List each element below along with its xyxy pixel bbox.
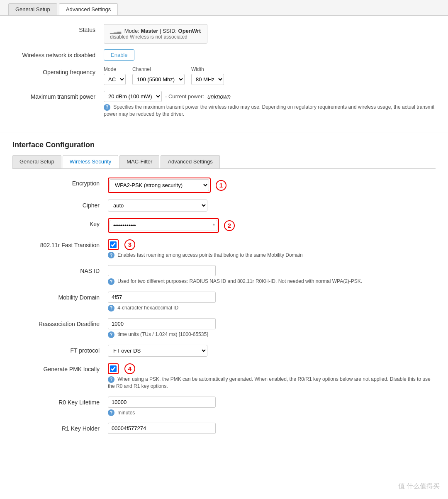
max-power-row: Maximum transmit power 20 dBm (100 mW) -… [12, 91, 436, 118]
status-mode-line: ▁▂▃ Mode: Master | SSID: OpenWrt [110, 28, 201, 34]
status-content: ▁▂▃ Mode: Master | SSID: OpenWrt disable… [104, 24, 436, 44]
r1-key-holder-input[interactable] [108, 423, 216, 434]
key-wrapper: * [110, 220, 217, 231]
mobility-domain-label: Mobility Domain [12, 292, 108, 301]
nas-id-input[interactable] [108, 265, 216, 276]
mode-value: Master [141, 28, 158, 34]
enable-button[interactable]: Enable [104, 49, 134, 61]
power-select[interactable]: 20 dBm (100 mW) [104, 91, 162, 102]
max-power-label: Maximum transmit power [12, 91, 104, 100]
r0-key-lifetime-input[interactable] [108, 397, 216, 408]
current-power-label: - Current power: [165, 93, 204, 100]
ssid-value: OpenWrt [178, 28, 201, 34]
interface-config: Interface Configuration General Setup Wi… [0, 132, 448, 449]
operating-frequency-row: Operating frequency Mode AC Channel 100 … [12, 66, 436, 85]
r0-key-lifetime-content: ? minutes [108, 397, 436, 416]
page-container: General Setup Advanced Settings Status ▁… [0, 0, 448, 449]
status-label: Status [12, 24, 104, 33]
power-row: 20 dBm (100 mW) - Current power: unknown [104, 91, 436, 102]
signal-icon: ▁▂▃ [110, 28, 121, 34]
status-disabled-line: disabled Wireless is not associated [110, 34, 201, 40]
mode-label: Mode: [124, 28, 139, 34]
reassociation-deadline-label: Reassociation Deadline [12, 318, 108, 327]
not-associated-text: Wireless is not associated [130, 34, 187, 40]
current-power-value: unknown [207, 93, 231, 100]
encryption-select[interactable]: WPA2-PSK (strong security) [110, 179, 209, 191]
help-icon-power: ? [104, 104, 110, 111]
ft-protocol-content: FT over DS [108, 345, 436, 357]
freq-mode-col: Mode AC [104, 66, 126, 85]
freq-channel-label: Channel [132, 66, 185, 72]
badge-1: 1 [216, 180, 226, 191]
help-icon-reassoc: ? [108, 331, 114, 338]
encryption-label: Encryption [12, 178, 108, 187]
reassociation-deadline-row: Reassociation Deadline ? time units (TUs… [12, 318, 436, 338]
help-icon-ft: ? [108, 252, 114, 258]
r0-key-lifetime-label: R0 Key Lifetime [12, 397, 108, 406]
fast-transition-row: 802.11r Fast Transition 3 ? Enables fast… [12, 239, 436, 259]
encryption-row: Encryption WPA2-PSK (strong security) 1 [12, 178, 436, 193]
pipe-sep: | [160, 28, 163, 34]
ft-protocol-row: FT protocol FT over DS [12, 345, 436, 357]
operating-frequency-content: Mode AC Channel 100 (5500 Mhz) Width [104, 66, 436, 85]
mobility-domain-row: Mobility Domain ? 4-character hexadecima… [12, 292, 436, 312]
nas-id-help: ? Used for two different purposes: RADIU… [108, 278, 436, 285]
freq-width-col: Width 80 MHz [191, 66, 224, 85]
status-section: Status ▁▂▃ Mode: Master | SSID: OpenWrt … [0, 16, 448, 132]
encryption-outline: WPA2-PSK (strong security) [108, 178, 211, 193]
freq-mode-label: Mode [104, 66, 126, 72]
reassociation-deadline-content: ? time units (TUs / 1.024 ms) [1000-6553… [108, 318, 436, 338]
show-key-button[interactable]: * [213, 222, 215, 229]
cipher-select[interactable]: auto [108, 200, 207, 212]
badge-3: 3 [124, 239, 135, 250]
help-icon-pmk: ? [108, 376, 114, 383]
r0-key-lifetime-help: ? minutes [108, 409, 436, 416]
r0-key-lifetime-row: R0 Key Lifetime ? minutes [12, 397, 436, 416]
fast-transition-content: 3 ? Enables fast roaming among access po… [108, 239, 436, 259]
tab-general-setup[interactable]: General Setup [8, 3, 57, 15]
reassociation-deadline-input[interactable] [108, 318, 216, 329]
freq-mode-select[interactable]: AC [104, 74, 126, 85]
generate-pmk-outline [108, 363, 119, 374]
operating-frequency-label: Operating frequency [12, 66, 104, 75]
generate-pmk-label: Generate PMK locally [12, 363, 108, 372]
key-outline: * [108, 218, 219, 233]
tab-wireless-security[interactable]: Wireless Security [63, 155, 118, 168]
tab-advanced-settings-config[interactable]: Advanced Settings [161, 155, 219, 168]
interface-config-title: Interface Configuration [12, 141, 436, 149]
freq-channel-select[interactable]: 100 (5500 Mhz) [132, 74, 185, 85]
generate-pmk-checkbox[interactable] [110, 365, 117, 372]
disabled-text: disabled [110, 34, 129, 40]
fast-transition-checkbox-wrapper: 3 [108, 239, 436, 250]
ft-protocol-select[interactable]: FT over DS [108, 345, 207, 357]
freq-width-select[interactable]: 80 MHz [191, 74, 224, 85]
help-icon-nas: ? [108, 278, 114, 285]
tab-advanced-settings[interactable]: Advanced Settings [59, 3, 118, 15]
fast-transition-checkbox[interactable] [110, 241, 117, 248]
freq-width-label: Width [191, 66, 224, 72]
ft-protocol-label: FT protocol [12, 345, 108, 354]
config-tabs: General Setup Wireless Security MAC-Filt… [12, 155, 436, 169]
key-input[interactable] [110, 220, 217, 231]
generate-pmk-content: 4 ? When using a PSK, the PMK can be aut… [108, 363, 436, 390]
cipher-label: Cipher [12, 200, 108, 209]
generate-pmk-checkbox-wrapper: 4 [108, 363, 436, 374]
nas-id-content: ? Used for two different purposes: RADIU… [108, 265, 436, 285]
mobility-domain-help: ? 4-character hexadecimal ID [108, 304, 436, 312]
help-icon-mobility: ? [108, 305, 114, 312]
fast-transition-help: ? Enables fast roaming among access poin… [108, 252, 436, 259]
fast-transition-outline [108, 239, 119, 250]
reassociation-deadline-help: ? time units (TUs / 1.024 ms) [1000-6553… [108, 331, 436, 338]
r1-key-holder-content [108, 423, 436, 434]
tab-mac-filter[interactable]: MAC-Filter [119, 155, 159, 168]
badge-2: 2 [224, 220, 235, 231]
key-row: Key * 2 [12, 218, 436, 233]
max-power-content: 20 dBm (100 mW) - Current power: unknown… [104, 91, 436, 118]
mobility-domain-input[interactable] [108, 292, 216, 303]
wireless-disabled-label: Wireless network is disabled [12, 49, 104, 58]
max-power-help: ? Specifies the maximum transmit power t… [104, 104, 436, 118]
fast-transition-label: 802.11r Fast Transition [12, 239, 108, 248]
tab-general-setup-config[interactable]: General Setup [12, 155, 61, 168]
nas-id-row: NAS ID ? Used for two different purposes… [12, 265, 436, 285]
encryption-content: WPA2-PSK (strong security) 1 [108, 178, 436, 193]
